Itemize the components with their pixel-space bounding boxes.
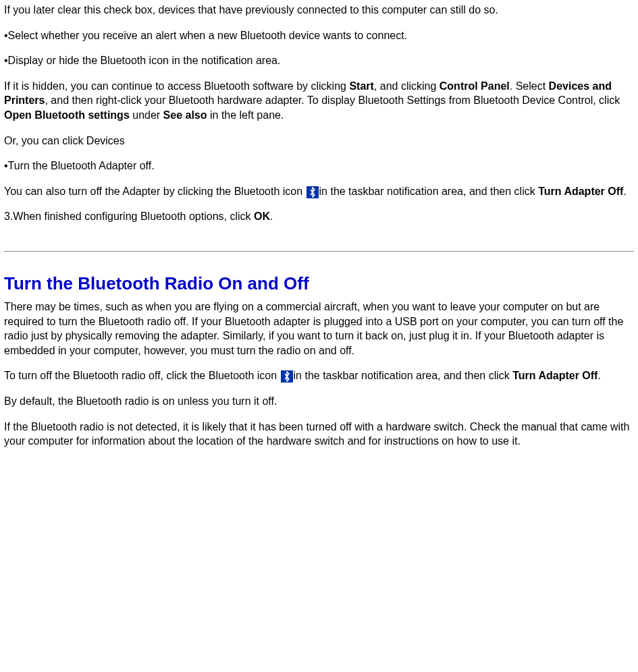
bold-text: OK (254, 211, 270, 222)
paragraph: 3.When finished configuring Bluetooth op… (4, 209, 634, 224)
bold-text: Turn Adapter Off (538, 186, 623, 197)
text: in the taskbar notification area, and th… (319, 186, 539, 197)
text: in the left pane. (207, 109, 284, 121)
paragraph: By default, the Bluetooth radio is on un… (4, 394, 634, 409)
paragraph: If the Bluetooth radio is not detected, … (4, 420, 634, 449)
text: 3.When finished configuring Bluetooth op… (4, 211, 254, 222)
text: To turn off the Bluetooth radio off, cli… (4, 370, 280, 381)
paragraph: •Select whether you receive an alert whe… (4, 28, 634, 43)
paragraph: You can also turn off the Adapter by cli… (4, 184, 634, 199)
text: , and clicking (374, 80, 440, 92)
text: in the taskbar notification area, and th… (294, 370, 513, 381)
text: , and then right-click your Bluetooth ha… (45, 94, 620, 106)
paragraph: To turn off the Bluetooth radio off, cli… (4, 368, 634, 383)
paragraph: If it is hidden, you can continue to acc… (4, 79, 634, 123)
bold-text: Open Bluetooth settings (4, 109, 130, 121)
text: . Select (510, 80, 549, 92)
paragraph: There may be times, such as when you are… (4, 300, 634, 358)
bold-text: Start (349, 80, 373, 92)
text: If it is hidden, you can continue to acc… (4, 80, 349, 92)
text: . (597, 370, 600, 381)
bold-text: Control Panel (440, 80, 510, 92)
text: . (623, 186, 626, 197)
paragraph: Or, you can click Devices (4, 134, 634, 148)
text: under (130, 109, 163, 121)
text: You can also turn off the Adapter by cli… (4, 186, 306, 197)
section-heading: Turn the Bluetooth Radio On and Off (4, 272, 634, 296)
paragraph: •Turn the Bluetooth Adapter off. (4, 159, 634, 173)
bold-text: Turn Adapter Off (512, 370, 597, 381)
bold-text: See also (163, 109, 207, 121)
text: . (270, 211, 273, 222)
bluetooth-icon (281, 370, 293, 383)
paragraph: •Display or hide the Bluetooth icon in t… (4, 53, 634, 68)
divider (4, 251, 634, 252)
paragraph: If you later clear this check box, devic… (4, 3, 634, 18)
bluetooth-icon (307, 186, 319, 198)
